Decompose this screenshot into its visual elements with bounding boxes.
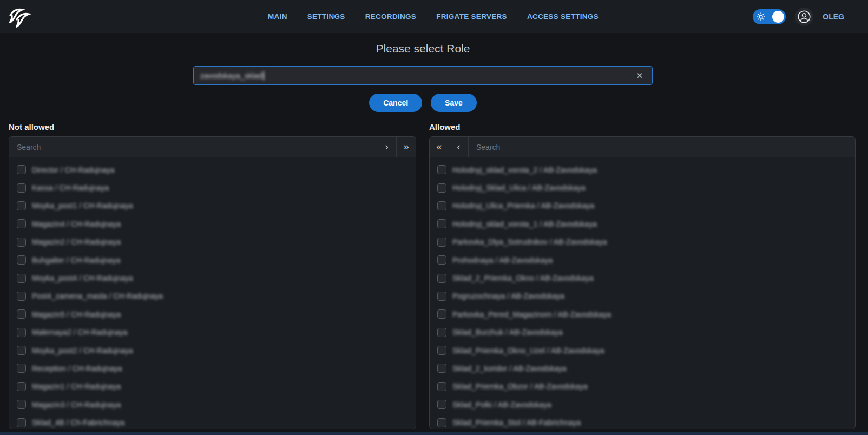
list-item[interactable]: Magazin5 / CH-Radujnaya <box>9 305 416 323</box>
list-item-label: Holodnyj_Sklad_Ulica / AB-Zavodskaya <box>452 183 586 192</box>
allowed-title: Allowed <box>429 122 461 131</box>
nav-link-access-settings[interactable]: ACCESS SETTINGS <box>527 12 599 21</box>
checkbox[interactable] <box>437 382 446 391</box>
checkbox[interactable] <box>17 238 26 247</box>
cancel-button[interactable]: Cancel <box>369 94 422 112</box>
list-item[interactable]: Sklad_2_koridor / AB-Zavodskaya <box>430 359 855 377</box>
checkbox[interactable] <box>17 400 26 409</box>
list-item[interactable]: Sklad_Priemka_Obzor / AB-Zavodskaya <box>430 378 855 396</box>
allowed-search-input[interactable] <box>469 137 855 157</box>
save-button[interactable]: Save <box>431 94 477 112</box>
move-selected-left-button[interactable]: ‹ <box>449 137 469 157</box>
checkbox[interactable] <box>17 346 26 355</box>
checkbox[interactable] <box>437 400 446 409</box>
bottom-edge-strip <box>0 432 868 435</box>
list-item[interactable]: Buhgalter / CH-Radujnaya <box>9 251 416 269</box>
list-item[interactable]: Holodnyj_Ulica_Priemka / AB-Zavodskaya <box>430 197 855 215</box>
list-item[interactable]: Parkovka_Dlya_Sotrudnikov / AB-Zavodskay… <box>430 233 855 251</box>
list-item[interactable]: Magazin2 / CH-Radujnaya <box>9 233 416 251</box>
checkbox[interactable] <box>437 255 446 265</box>
list-item[interactable]: Holodnyj_Sklad_Ulica / AB-Zavodskaya <box>430 179 855 196</box>
role-input-value: zavodskaya_sklad <box>200 71 262 80</box>
list-item[interactable]: Holodnyj_sklad_vorota_1 / AB-Zavodskaya <box>430 215 855 233</box>
checkbox[interactable] <box>17 364 26 373</box>
list-item-label: Magazin4 / CH-Radujnaya <box>32 220 121 228</box>
list-item-label: Prohodnaya / AB-Zavodskaya <box>452 256 553 265</box>
allowed-list: Holodnyj_sklad_vorota_2 / AB-ZavodskayaH… <box>430 157 855 429</box>
move-all-left-button[interactable]: « <box>430 137 449 157</box>
checkbox[interactable] <box>437 346 446 355</box>
allowed-panel: « ‹ Holodnyj_sklad_vorota_2 / AB-Zavodsk… <box>429 136 856 429</box>
user-avatar-icon[interactable] <box>795 8 813 26</box>
nav-link-recordings[interactable]: RECORDINGS <box>365 12 417 21</box>
list-item[interactable]: Sklad_2_Priemka_Okno / AB-Zavodskaya <box>430 269 855 287</box>
nav-link-frigate-servers[interactable]: FRIGATE SERVERS <box>436 12 507 21</box>
frigate-logo-icon[interactable] <box>8 4 32 29</box>
not-allowed-search-input[interactable] <box>9 137 377 157</box>
checkbox[interactable] <box>437 219 446 228</box>
list-item[interactable]: Moyka_post2 / CH-Radujnaya <box>9 341 416 359</box>
list-item-label: Sklad_2_Priemka_Okno / AB-Zavodskaya <box>452 274 594 282</box>
checkbox[interactable] <box>437 183 446 193</box>
list-item[interactable]: Sklad_Priemka_Okno_Uzel / AB-Zavodskaya <box>430 341 855 359</box>
username-label[interactable]: OLEG <box>823 12 844 21</box>
list-item[interactable]: Reception / CH-Radujnaya <box>9 359 416 377</box>
list-item-label: Holodnyj_sklad_vorota_2 / AB-Zavodskaya <box>452 166 597 174</box>
checkbox[interactable] <box>17 165 26 174</box>
checkbox[interactable] <box>437 364 446 373</box>
list-item[interactable]: Pogruzochnaya / AB-Zavodskaya <box>430 287 855 305</box>
list-item-label: Holodnyj_sklad_vorota_1 / AB-Zavodskaya <box>452 220 597 228</box>
list-item-label: Post4_zamena_masla / CH-Radujnaya <box>32 292 163 300</box>
checkbox[interactable] <box>17 418 26 427</box>
checkbox[interactable] <box>17 292 26 301</box>
clear-input-icon[interactable]: ✕ <box>634 70 646 82</box>
list-item[interactable]: Malernaya2 / CH-Radujnaya <box>9 324 416 341</box>
list-item-label: Malernaya2 / CH-Radujnaya <box>32 328 128 337</box>
checkbox[interactable] <box>437 292 446 301</box>
nav-link-settings[interactable]: SETTINGS <box>307 12 345 21</box>
list-item[interactable]: Magazin3 / CH-Radujnaya <box>9 396 416 413</box>
list-item[interactable]: Magazin4 / CH-Radujnaya <box>9 215 416 233</box>
list-item-label: Pogruzochnaya / AB-Zavodskaya <box>452 292 564 300</box>
list-item[interactable]: Sklad_Polki / AB-Zavodskaya <box>430 396 855 413</box>
checkbox[interactable] <box>437 328 446 337</box>
role-input[interactable]: zavodskaya_sklad ✕ <box>193 66 653 85</box>
list-item[interactable]: Sklad_Burzhuk / AB-Zavodskaya <box>430 324 855 341</box>
list-item[interactable]: Director / CH-Radujnaya <box>9 161 416 179</box>
list-item[interactable]: Holodnyj_sklad_vorota_2 / AB-Zavodskaya <box>430 161 855 179</box>
checkbox[interactable] <box>17 219 26 228</box>
checkbox[interactable] <box>437 274 446 283</box>
list-item[interactable]: Post4_zamena_masla / CH-Radujnaya <box>9 287 416 305</box>
checkbox[interactable] <box>17 201 26 210</box>
checkbox[interactable] <box>437 165 446 174</box>
list-item[interactable]: Magazin1 / CH-Radujnaya <box>9 378 416 396</box>
checkbox[interactable] <box>437 201 446 210</box>
list-item[interactable]: Parkovka_Pered_Magazinom / AB-Zavodskaya <box>430 305 855 323</box>
checkbox[interactable] <box>437 309 446 319</box>
list-item[interactable]: Kassa / CH-Radujnaya <box>9 179 416 196</box>
checkbox[interactable] <box>17 274 26 283</box>
not-allowed-toolbar: › » <box>9 137 416 157</box>
list-item-label: Holodnyj_Ulica_Priemka / AB-Zavodskaya <box>452 201 594 210</box>
list-item-label: Parkovka_Dlya_Sotrudnikov / AB-Zavodskay… <box>452 238 607 246</box>
list-item[interactable]: Moyka_post4 / CH-Radujnaya <box>9 269 416 287</box>
list-item-label: Magazin5 / CH-Radujnaya <box>32 310 121 319</box>
checkbox[interactable] <box>437 418 446 427</box>
checkbox[interactable] <box>17 255 26 265</box>
checkbox[interactable] <box>437 238 446 247</box>
nav-links: MAIN SETTINGS RECORDINGS FRIGATE SERVERS… <box>268 0 599 33</box>
move-selected-right-button[interactable]: › <box>377 137 396 157</box>
list-item[interactable]: Sklad_4B / Ch-Fabrichnaya <box>9 413 416 429</box>
list-item[interactable]: Moyka_post1 / CH-Radujnaya <box>9 197 416 215</box>
list-item[interactable]: Prohodnaya / AB-Zavodskaya <box>430 251 855 269</box>
theme-toggle[interactable] <box>753 9 786 24</box>
nav-link-main[interactable]: MAIN <box>268 12 287 21</box>
list-item-label: Moyka_post4 / CH-Radujnaya <box>32 274 133 282</box>
checkbox[interactable] <box>17 183 26 193</box>
list-item[interactable]: Sklad_Priemka_Stol / AB-Fabrichnaya <box>430 413 855 429</box>
checkbox[interactable] <box>17 309 26 319</box>
move-all-right-button[interactable]: » <box>396 137 416 157</box>
checkbox[interactable] <box>17 382 26 391</box>
checkbox[interactable] <box>17 328 26 337</box>
list-item-label: Buhgalter / CH-Radujnaya <box>32 256 120 265</box>
